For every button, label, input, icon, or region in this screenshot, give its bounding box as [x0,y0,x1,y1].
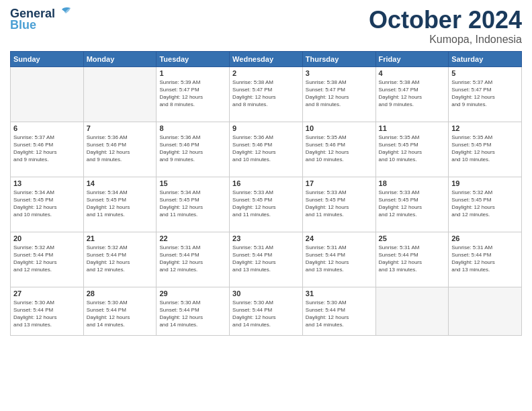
day-number: 27 [13,289,81,298]
day-info: Sunrise: 5:36 AM Sunset: 5:46 PM Dayligh… [87,134,154,164]
day-number: 25 [379,234,446,242]
day-number: 1 [159,69,226,77]
calendar-cell: 25Sunrise: 5:31 AM Sunset: 5:44 PM Dayli… [375,232,449,287]
calendar-cell: 31Sunrise: 5:30 AM Sunset: 5:44 PM Dayli… [302,287,375,335]
day-number: 13 [13,179,81,187]
day-info: Sunrise: 5:33 AM Sunset: 5:45 PM Dayligh… [232,189,300,219]
calendar-cell [83,66,157,122]
week-row-3: 13Sunrise: 5:34 AM Sunset: 5:45 PM Dayli… [11,177,522,232]
day-number: 4 [379,69,446,77]
day-info: Sunrise: 5:30 AM Sunset: 5:44 PM Dayligh… [159,299,226,329]
weekday-header-sunday: Sunday [11,51,84,66]
location: Kumopa, Indonesia [369,34,522,46]
calendar-cell: 8Sunrise: 5:36 AM Sunset: 5:46 PM Daylig… [157,122,230,177]
day-info: Sunrise: 5:31 AM Sunset: 5:44 PM Dayligh… [159,244,226,274]
weekday-header-row: SundayMondayTuesdayWednesdayThursdayFrid… [11,51,522,66]
logo-blue: Blue [10,18,36,32]
calendar-cell: 26Sunrise: 5:31 AM Sunset: 5:44 PM Dayli… [449,232,522,287]
calendar-cell: 10Sunrise: 5:35 AM Sunset: 5:46 PM Dayli… [302,122,375,177]
calendar-cell: 15Sunrise: 5:34 AM Sunset: 5:45 PM Dayli… [157,177,230,232]
day-number: 8 [159,124,226,132]
day-number: 17 [306,179,373,187]
day-number: 2 [232,69,300,77]
day-number: 3 [306,69,373,77]
calendar-cell: 3Sunrise: 5:38 AM Sunset: 5:47 PM Daylig… [302,66,375,122]
calendar-cell: 24Sunrise: 5:31 AM Sunset: 5:44 PM Dayli… [302,232,375,287]
calendar-cell: 9Sunrise: 5:36 AM Sunset: 5:46 PM Daylig… [230,122,303,177]
day-number: 22 [159,234,226,242]
calendar-cell: 21Sunrise: 5:32 AM Sunset: 5:44 PM Dayli… [83,232,157,287]
day-number: 6 [13,124,81,132]
day-info: Sunrise: 5:30 AM Sunset: 5:44 PM Dayligh… [232,299,300,329]
day-info: Sunrise: 5:30 AM Sunset: 5:44 PM Dayligh… [306,299,373,329]
page: General Blue October 2024 Kumopa, Indone… [0,0,532,411]
weekday-header-tuesday: Tuesday [157,51,230,66]
day-number: 11 [379,124,446,132]
day-number: 26 [451,234,519,242]
day-number: 9 [232,124,300,132]
logo-bird-icon [56,7,71,19]
day-number: 28 [87,289,154,298]
calendar-cell: 22Sunrise: 5:31 AM Sunset: 5:44 PM Dayli… [157,232,230,287]
day-info: Sunrise: 5:35 AM Sunset: 5:45 PM Dayligh… [451,134,519,164]
day-info: Sunrise: 5:38 AM Sunset: 5:47 PM Dayligh… [232,79,300,109]
calendar-cell: 30Sunrise: 5:30 AM Sunset: 5:44 PM Dayli… [230,287,303,335]
day-info: Sunrise: 5:31 AM Sunset: 5:44 PM Dayligh… [232,244,300,274]
day-number: 20 [13,234,81,242]
calendar-cell: 11Sunrise: 5:35 AM Sunset: 5:45 PM Dayli… [375,122,449,177]
day-number: 10 [306,124,373,132]
day-info: Sunrise: 5:37 AM Sunset: 5:47 PM Dayligh… [451,79,519,109]
day-info: Sunrise: 5:36 AM Sunset: 5:46 PM Dayligh… [232,134,300,164]
calendar-cell: 2Sunrise: 5:38 AM Sunset: 5:47 PM Daylig… [230,66,303,122]
calendar-cell: 14Sunrise: 5:34 AM Sunset: 5:45 PM Dayli… [83,177,157,232]
weekday-header-thursday: Thursday [302,51,375,66]
calendar-cell: 6Sunrise: 5:37 AM Sunset: 5:46 PM Daylig… [11,122,84,177]
day-info: Sunrise: 5:35 AM Sunset: 5:46 PM Dayligh… [306,134,373,164]
calendar-cell: 23Sunrise: 5:31 AM Sunset: 5:44 PM Dayli… [230,232,303,287]
calendar-cell: 28Sunrise: 5:30 AM Sunset: 5:44 PM Dayli… [83,287,157,335]
calendar-cell: 29Sunrise: 5:30 AM Sunset: 5:44 PM Dayli… [157,287,230,335]
day-info: Sunrise: 5:38 AM Sunset: 5:47 PM Dayligh… [306,79,373,109]
day-number: 30 [232,289,300,298]
day-info: Sunrise: 5:38 AM Sunset: 5:47 PM Dayligh… [379,79,446,109]
day-number: 12 [451,124,519,132]
day-info: Sunrise: 5:34 AM Sunset: 5:45 PM Dayligh… [87,189,154,219]
day-number: 14 [87,179,154,187]
day-info: Sunrise: 5:31 AM Sunset: 5:44 PM Dayligh… [451,244,519,274]
day-number: 15 [159,179,226,187]
day-number: 7 [87,124,154,132]
calendar-cell: 12Sunrise: 5:35 AM Sunset: 5:45 PM Dayli… [449,122,522,177]
calendar-cell: 7Sunrise: 5:36 AM Sunset: 5:46 PM Daylig… [83,122,157,177]
day-info: Sunrise: 5:31 AM Sunset: 5:44 PM Dayligh… [379,244,446,274]
day-number: 31 [306,289,373,298]
day-number: 18 [379,179,446,187]
calendar-cell: 17Sunrise: 5:33 AM Sunset: 5:45 PM Dayli… [302,177,375,232]
day-number: 16 [232,179,300,187]
title-section: October 2024 Kumopa, Indonesia [369,7,522,46]
day-number: 24 [306,234,373,242]
header: General Blue October 2024 Kumopa, Indone… [10,7,522,46]
day-info: Sunrise: 5:37 AM Sunset: 5:46 PM Dayligh… [13,134,81,164]
month-title: October 2024 [369,7,522,34]
day-number: 5 [451,69,519,77]
calendar-cell: 13Sunrise: 5:34 AM Sunset: 5:45 PM Dayli… [11,177,84,232]
day-info: Sunrise: 5:34 AM Sunset: 5:45 PM Dayligh… [13,189,81,219]
calendar-table: SundayMondayTuesdayWednesdayThursdayFrid… [10,51,522,336]
calendar-cell: 4Sunrise: 5:38 AM Sunset: 5:47 PM Daylig… [375,66,449,122]
calendar-cell: 1Sunrise: 5:39 AM Sunset: 5:47 PM Daylig… [157,66,230,122]
calendar-cell [11,66,84,122]
day-info: Sunrise: 5:32 AM Sunset: 5:44 PM Dayligh… [87,244,154,274]
day-number: 29 [159,289,226,298]
day-info: Sunrise: 5:36 AM Sunset: 5:46 PM Dayligh… [159,134,226,164]
day-info: Sunrise: 5:31 AM Sunset: 5:44 PM Dayligh… [306,244,373,274]
weekday-header-friday: Friday [375,51,449,66]
calendar-cell: 20Sunrise: 5:32 AM Sunset: 5:44 PM Dayli… [11,232,84,287]
day-info: Sunrise: 5:35 AM Sunset: 5:45 PM Dayligh… [379,134,446,164]
day-info: Sunrise: 5:39 AM Sunset: 5:47 PM Dayligh… [159,79,226,109]
week-row-2: 6Sunrise: 5:37 AM Sunset: 5:46 PM Daylig… [11,122,522,177]
weekday-header-saturday: Saturday [449,51,522,66]
week-row-1: 1Sunrise: 5:39 AM Sunset: 5:47 PM Daylig… [11,66,522,122]
day-info: Sunrise: 5:33 AM Sunset: 5:45 PM Dayligh… [379,189,446,219]
calendar-cell [375,287,449,335]
calendar-cell: 16Sunrise: 5:33 AM Sunset: 5:45 PM Dayli… [230,177,303,232]
